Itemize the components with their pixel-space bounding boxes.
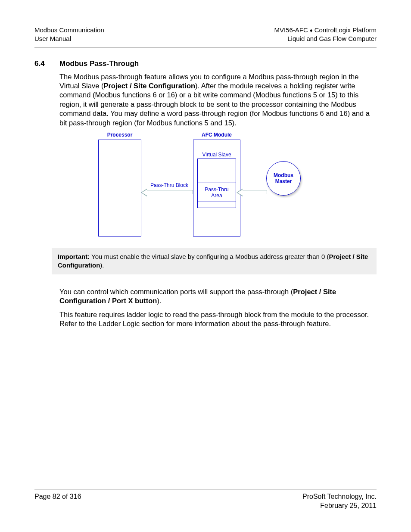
header-right-line1: MVI56-AFC ♦ ControlLogix Platform [274, 26, 377, 34]
footer-company: ProSoft Technology, Inc. [302, 492, 377, 501]
diagram-arrow-from-master [241, 190, 267, 194]
paragraph-1: The Modbus pass-through feature allows y… [59, 72, 377, 128]
section-title: Modbus Pass-Through [59, 59, 139, 68]
section-number: 6.4 [34, 59, 59, 68]
paragraph-3: This feature requires ladder logic to re… [59, 310, 377, 329]
diagram-box-passthru-area: Pass-Thru Area [197, 183, 236, 202]
footer-page-number: Page 82 of 316 [34, 492, 81, 510]
header-left-line2: User Manual [34, 34, 104, 43]
diagram-label-passthru-block: Pass-Thru Block [148, 182, 191, 188]
section-heading: 6.4 Modbus Pass-Through [34, 59, 377, 68]
diamond-icon: ♦ [310, 27, 313, 34]
important-note: Important: You must enable the virtual s… [52, 248, 377, 274]
diagram: Processor AFC Module Virtual Slave Pass-… [59, 132, 377, 240]
diagram-circle-modbus-master: Modbus Master [266, 161, 301, 196]
paragraph-2: You can control which communication port… [59, 287, 377, 306]
diagram-arrow-to-processor [146, 190, 193, 194]
diagram-label-afc: AFC Module [197, 132, 236, 138]
footer-date: February 25, 2011 [302, 501, 377, 510]
diagram-label-virtual-slave: Virtual Slave [197, 152, 236, 158]
diagram-box-processor [98, 140, 141, 236]
page-header: Modbus Communication User Manual MVI56-A… [34, 26, 377, 47]
diagram-label-processor: Processor [103, 132, 137, 138]
header-right-line2: Liquid and Gas Flow Computer [274, 34, 377, 43]
header-left-line1: Modbus Communication [34, 26, 104, 34]
page-footer: Page 82 of 316 ProSoft Technology, Inc. … [34, 489, 377, 510]
important-label: Important: [58, 253, 90, 260]
